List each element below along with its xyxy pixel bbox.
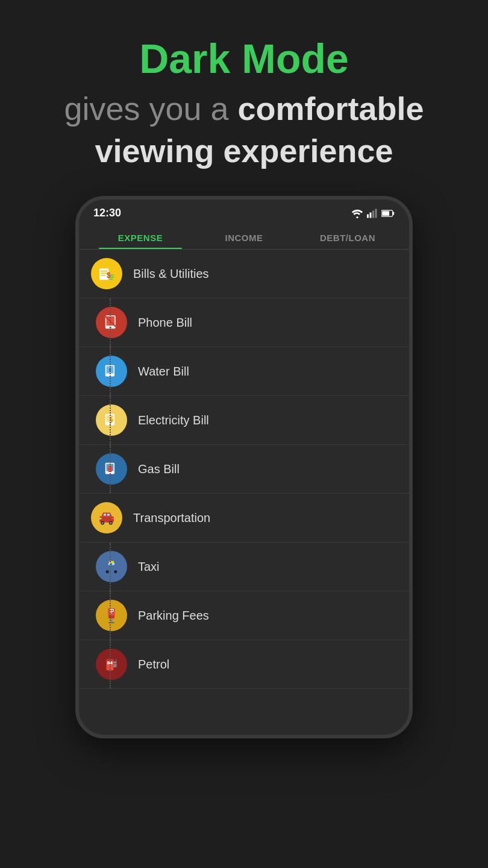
- expense-list: $ Bills & Utilities Phone Bil: [79, 250, 409, 689]
- svg-point-39: [106, 570, 109, 573]
- electricity-bill-icon: [96, 404, 127, 436]
- transportation-icon: [91, 502, 122, 533]
- list-item-taxi[interactable]: Taxi: [79, 542, 409, 591]
- tab-expense[interactable]: EXPENSE: [89, 224, 192, 249]
- parking-fees-label: Parking Fees: [138, 609, 209, 623]
- list-item-bills-utilities[interactable]: $ Bills & Utilities: [79, 250, 409, 298]
- dotted-line: [110, 542, 111, 591]
- svg-rect-14: [110, 279, 113, 280]
- subtitle: gives you a comfortable viewing experien…: [24, 87, 464, 172]
- svg-point-31: [102, 522, 104, 524]
- dotted-line: [110, 347, 111, 395]
- taxi-label: Taxi: [138, 560, 160, 574]
- svg-point-40: [114, 570, 117, 573]
- list-item-gas-bill[interactable]: Gas Bill: [79, 445, 409, 494]
- wifi-icon: [351, 209, 363, 218]
- petrol-icon: [96, 649, 127, 680]
- svg-rect-6: [393, 212, 395, 215]
- water-bill-icon: [96, 356, 127, 387]
- svg-rect-35: [112, 518, 114, 520]
- svg-rect-51: [116, 659, 117, 662]
- svg-rect-2: [372, 210, 374, 218]
- svg-rect-29: [107, 514, 110, 515]
- svg-rect-36: [104, 565, 119, 571]
- dotted-line: [110, 298, 111, 347]
- gas-bill-label: Gas Bill: [138, 462, 180, 476]
- status-time: 12:30: [93, 207, 121, 219]
- gas-bill-icon: [96, 453, 127, 485]
- status-icons: [351, 209, 395, 218]
- parking-fees-icon: P: [96, 600, 127, 631]
- svg-rect-10: [101, 275, 106, 276]
- tab-income[interactable]: INCOME: [192, 224, 296, 249]
- electricity-bill-label: Electricity Bill: [138, 414, 209, 427]
- main-title: Dark Mode: [24, 36, 464, 81]
- svg-rect-3: [375, 209, 377, 218]
- phone-mockup: 12:30 EXPENSE INCOME DEBT/LOAN: [75, 196, 413, 738]
- list-item-electricity-bill[interactable]: Electricity Bill: [79, 396, 409, 445]
- tab-bar: EXPENSE INCOME DEBT/LOAN: [79, 224, 409, 250]
- svg-rect-0: [367, 214, 369, 218]
- dotted-line: [110, 445, 111, 493]
- svg-rect-1: [370, 212, 372, 218]
- status-bar: 12:30: [79, 200, 409, 224]
- svg-point-33: [110, 522, 111, 524]
- header-section: Dark Mode gives you a comfortable viewin…: [0, 0, 488, 190]
- list-item-petrol[interactable]: Petrol: [79, 640, 409, 689]
- dotted-line: [110, 396, 111, 444]
- signal-icon: [367, 209, 378, 218]
- transportation-label: Transportation: [133, 511, 210, 525]
- list-item-water-bill[interactable]: Water Bill: [79, 347, 409, 396]
- dotted-line: [110, 640, 111, 688]
- list-item-transportation[interactable]: Transportation: [79, 494, 409, 542]
- dotted-line: [110, 591, 111, 640]
- bills-utilities-icon: $: [91, 258, 122, 289]
- svg-rect-28: [104, 514, 106, 515]
- phone-bill-icon: [96, 307, 127, 338]
- subtitle-plain: gives you a: [64, 90, 237, 127]
- phone-bill-label: Phone Bill: [138, 316, 192, 330]
- svg-rect-34: [99, 518, 101, 520]
- tab-debt-loan[interactable]: DEBT/LOAN: [296, 224, 399, 249]
- svg-rect-38: [112, 563, 114, 565]
- water-bill-label: Water Bill: [138, 365, 189, 379]
- petrol-label: Petrol: [138, 658, 169, 671]
- bills-utilities-label: Bills & Utilities: [133, 267, 209, 281]
- taxi-icon: [96, 551, 127, 582]
- battery-icon: [381, 209, 395, 218]
- list-item-phone-bill[interactable]: Phone Bill: [79, 298, 409, 347]
- svg-rect-50: [113, 663, 116, 664]
- svg-rect-12: [110, 275, 114, 276]
- list-item-parking-fees[interactable]: P Parking Fees: [79, 591, 409, 640]
- svg-rect-13: [110, 277, 114, 278]
- svg-rect-5: [382, 211, 389, 216]
